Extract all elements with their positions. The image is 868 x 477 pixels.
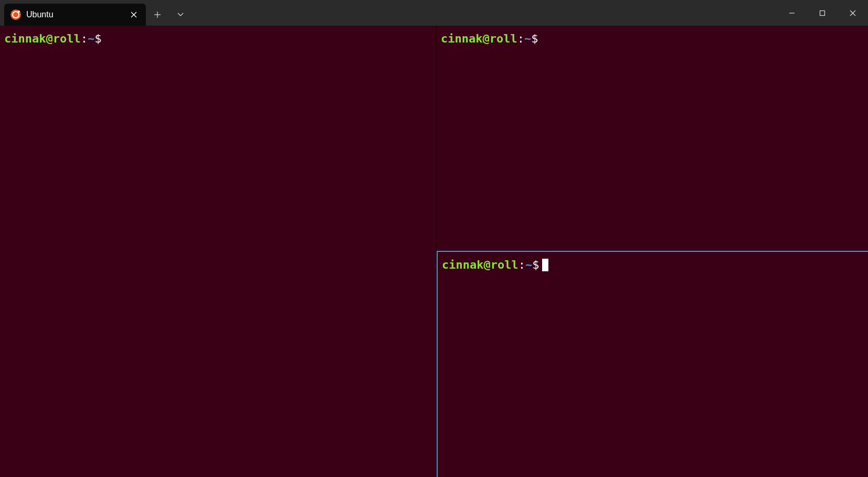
tab-ubuntu[interactable]: Ubuntu — [4, 4, 146, 26]
right-column: cinnak@roll:~$ cinnak@roll:~$ — [437, 26, 868, 477]
tab-title: Ubuntu — [26, 10, 123, 19]
close-icon — [131, 12, 137, 18]
prompt-user-host: cinnak@roll — [441, 32, 517, 45]
terminal-container: cinnak@roll:~$ cinnak@roll:~$ cinnak@rol… — [0, 26, 868, 477]
terminal-pane-left[interactable]: cinnak@roll:~$ — [0, 26, 437, 477]
titlebar-left: Ubuntu — [0, 0, 192, 26]
terminal-window: Ubuntu cinnak@r — [0, 0, 868, 477]
minimize-button[interactable] — [777, 3, 807, 24]
terminal-pane-right-top[interactable]: cinnak@roll:~$ — [437, 26, 868, 251]
prompt-path: ~ — [524, 32, 531, 45]
ubuntu-logo-icon — [10, 9, 21, 20]
prompt-path: ~ — [525, 258, 532, 271]
window-controls — [777, 0, 868, 26]
prompt-symbol: $ — [531, 32, 538, 45]
titlebar[interactable]: Ubuntu — [0, 0, 868, 26]
prompt-separator: : — [517, 32, 524, 45]
prompt-user-host: cinnak@roll — [4, 32, 81, 45]
prompt-path: ~ — [88, 32, 94, 45]
chevron-down-icon — [177, 12, 184, 17]
plus-icon — [154, 11, 161, 18]
tab-close-button[interactable] — [128, 9, 140, 20]
new-tab-button[interactable] — [146, 4, 169, 26]
prompt-separator: : — [81, 32, 88, 45]
prompt-symbol: $ — [94, 32, 101, 45]
svg-rect-5 — [820, 10, 825, 15]
prompt-user-host: cinnak@roll — [442, 258, 518, 271]
close-window-button[interactable] — [838, 3, 868, 24]
terminal-pane-right-bottom-active[interactable]: cinnak@roll:~$ — [437, 251, 868, 477]
terminal-cursor — [542, 259, 548, 271]
close-icon — [850, 10, 856, 16]
prompt-symbol: $ — [532, 258, 539, 271]
maximize-button[interactable] — [807, 3, 838, 24]
maximize-icon — [819, 10, 825, 16]
minimize-icon — [789, 10, 795, 16]
prompt-separator: : — [518, 258, 525, 271]
profiles-dropdown-button[interactable] — [169, 4, 192, 26]
